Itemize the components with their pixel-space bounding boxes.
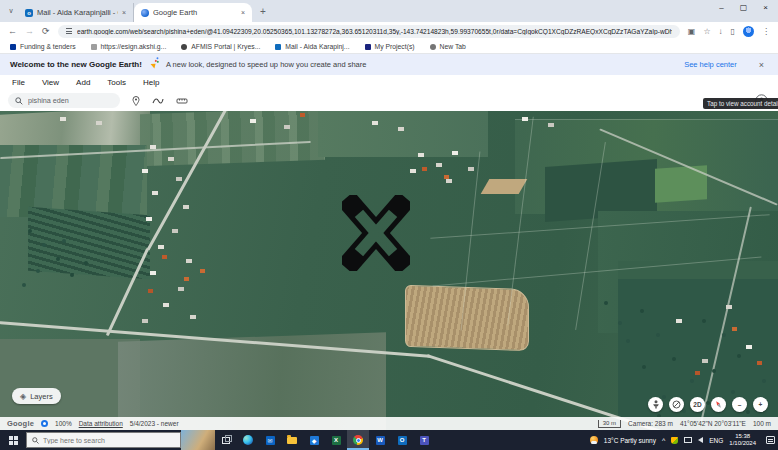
photos-icon: ◆ [310,436,319,445]
outlook-icon: O [398,436,407,445]
bookmark-favicon-icon [91,44,97,50]
teams-app[interactable]: T [413,430,435,450]
photos-app[interactable]: ◆ [303,430,325,450]
screen: ∨ o Mail - Aida Karapinjalli - Outl... ×… [0,0,778,450]
weather-icon [590,436,598,444]
bookmark-star-icon[interactable]: ☆ [703,27,710,36]
window-controls: – ▢ × [719,3,768,12]
look-around-button[interactable] [669,397,684,412]
folder-icon [287,437,297,444]
pip-icon[interactable]: ▣ [688,27,696,36]
forward-icon[interactable]: → [25,26,34,36]
earth-favicon-icon [141,9,149,17]
refresh-icon[interactable]: ⟳ [42,26,50,36]
bookmark-item[interactable]: Funding & tenders [10,43,76,50]
browser-toolbar: ← → ⟳ earth.google.com/web/search/pishin… [0,22,778,40]
layers-button[interactable]: ◈ Layers [12,388,61,404]
tab-title: Google Earth [153,8,237,17]
bookmark-item[interactable]: AFMIS Portal | Kryes... [181,43,260,50]
address-bar[interactable]: earth.google.com/web/search/pishina+eden… [58,25,680,38]
url-text: earth.google.com/web/search/pishina+eden… [77,28,672,35]
back-icon[interactable]: ← [8,26,17,36]
bookmark-item[interactable]: Mail - Aida Karapinj... [275,43,349,50]
compass-outline-icon [672,400,681,409]
tray-expand-icon[interactable]: ^ [662,437,665,444]
close-button[interactable]: × [763,3,768,12]
taskbar-search-input[interactable] [43,437,163,444]
earth-menu-bar: File View Add Tools Help [0,75,778,90]
chrome-app[interactable] [347,430,369,450]
bookmark-item[interactable]: https://esign.akshi.g... [91,43,167,50]
start-button[interactable] [0,430,26,450]
pegman-icon [652,400,660,409]
network-icon[interactable] [684,437,692,443]
google-logo: Google [7,419,34,428]
excel-icon: X [332,436,341,445]
excel-app[interactable]: X [325,430,347,450]
speaker-icon[interactable] [698,437,703,443]
mail-icon: ✉ [266,436,275,445]
draw-path-icon[interactable] [152,97,164,105]
new-tab-button[interactable]: + [260,6,266,17]
tab-google-earth[interactable]: Google Earth × [134,3,252,22]
tab-mail[interactable]: o Mail - Aida Karapinjalli - Outl... × [18,3,134,22]
browser-menu-icon[interactable]: ⋮ [762,27,770,36]
welcome-banner: Welcome to the new Google Earth! A new l… [0,54,778,75]
browser-tab-strip: ∨ o Mail - Aida Karapinjalli - Outl... ×… [0,0,778,22]
file-explorer-app[interactable] [281,430,303,450]
menu-view[interactable]: View [42,78,59,87]
defender-icon[interactable] [671,437,678,444]
minimize-button[interactable]: – [719,3,723,12]
mail-app[interactable]: ✉ [259,430,281,450]
camera-altitude: Camera: 283 m [628,420,673,427]
data-attribution-link[interactable]: Data attribution [79,420,123,427]
bookmark-label: Funding & tenders [20,43,76,50]
tab-title: Mail - Aida Karapinjalli - Outl... [37,8,118,17]
menu-add[interactable]: Add [76,78,90,87]
date-text: 1/10/2024 [729,440,756,447]
map-controls: 2D – + [648,397,768,412]
2d-mode-button[interactable]: 2D [690,397,705,412]
download-icon[interactable]: ↓ [719,27,723,36]
language-indicator[interactable]: ENG [709,437,723,444]
menu-file[interactable]: File [12,78,25,87]
menu-tools[interactable]: Tools [107,78,126,87]
menu-help[interactable]: Help [143,78,159,87]
time-text: 15:38 [735,433,750,440]
banner-subtitle: A new look, designed to speed up how you… [166,60,674,69]
news-widget-thumbnail[interactable] [181,430,215,450]
windows-taskbar: ✉ ◆ X W O T 13°C Partly sunny ^ ENG 15:3… [0,430,778,450]
taskbar-search[interactable] [26,432,181,448]
outlook-app[interactable]: O [391,430,413,450]
pegman-button[interactable] [648,397,663,412]
word-app[interactable]: W [369,430,391,450]
measure-icon[interactable] [176,97,188,105]
maximize-button[interactable]: ▢ [740,3,748,12]
notification-center-icon[interactable] [766,436,775,444]
tab-close-icon[interactable]: × [241,9,245,16]
x-marker-icon [342,195,410,271]
bookmark-item[interactable]: My Project(s) [365,43,415,50]
clock[interactable]: 15:38 1/10/2024 [729,433,756,447]
tab-close-icon[interactable]: × [122,9,126,16]
map-viewport[interactable]: ◈ Layers 2D – + Google 100% Data attribu… [0,111,778,430]
weather-text[interactable]: 13°C Partly sunny [604,437,656,444]
help-center-link[interactable]: See help center [684,60,737,69]
banner-close-icon[interactable]: × [759,60,764,70]
compass-button[interactable] [711,397,726,412]
add-placemark-icon[interactable] [132,96,140,106]
zoom-level: 100% [55,420,72,427]
task-view-button[interactable] [215,430,237,450]
site-settings-icon[interactable] [66,27,72,36]
zoom-in-button[interactable]: + [753,397,768,412]
profile-avatar[interactable] [743,26,754,37]
earth-search-box[interactable] [8,93,120,108]
bookmark-item[interactable]: New Tab [430,43,466,50]
map-orchard-patch [28,207,150,280]
tab-search-icon[interactable]: ∨ [4,7,18,15]
edge-app[interactable] [237,430,259,450]
side-panel-icon[interactable]: ▯ [731,27,735,36]
zoom-out-button[interactable]: – [732,397,747,412]
bookmark-label: AFMIS Portal | Kryes... [191,43,260,50]
search-input[interactable] [28,96,108,105]
